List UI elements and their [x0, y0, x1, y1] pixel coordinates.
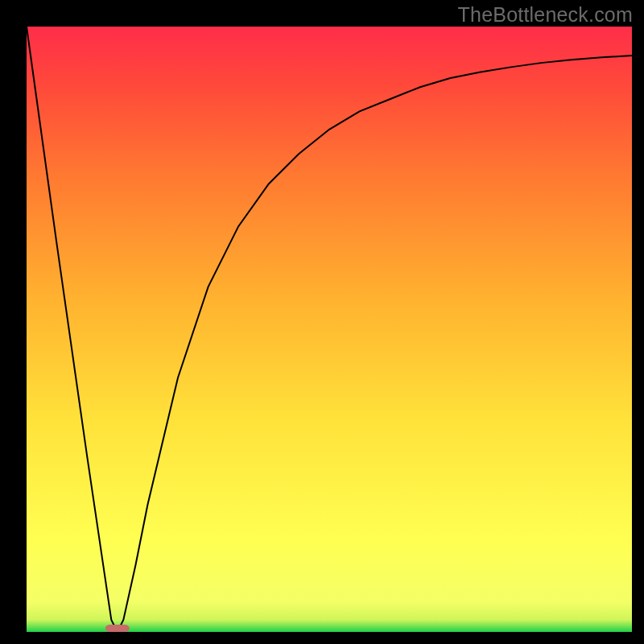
- bottleneck-chart: [0, 0, 644, 644]
- plot-background: [27, 27, 632, 632]
- min-marker: [105, 625, 130, 632]
- watermark-text: TheBottleneck.com: [458, 3, 633, 27]
- chart-stage: TheBottleneck.com: [0, 0, 644, 644]
